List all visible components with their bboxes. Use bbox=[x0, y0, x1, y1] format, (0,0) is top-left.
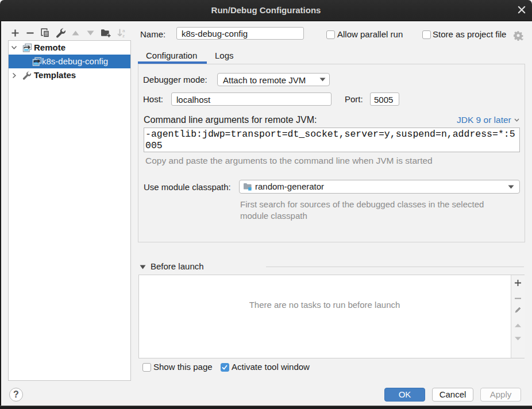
svg-text:z: z bbox=[122, 33, 125, 38]
svg-text:a: a bbox=[122, 28, 125, 33]
